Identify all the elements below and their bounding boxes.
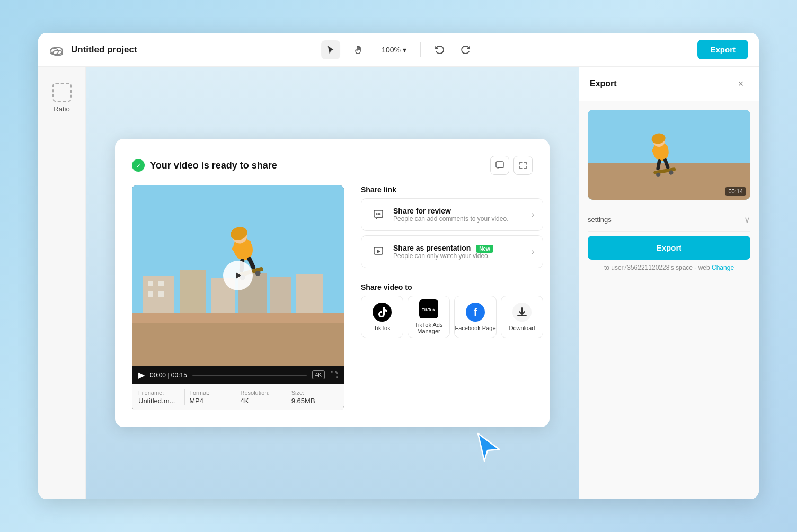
review-icon [370,206,387,223]
share-video-to-title: Share video to [361,283,543,291]
svg-text:TikTok: TikTok [422,307,436,312]
resolution-label: Resolution: [241,389,282,396]
svg-rect-16 [158,291,164,297]
modal-body: ▶ 00:00 | 00:15 4K ⛶ [132,185,533,410]
export-header-button[interactable]: Export [697,40,748,59]
svg-rect-8 [180,270,206,313]
header-center: 100% ▾ [321,40,476,59]
zoom-button[interactable]: 100% ▾ [376,42,412,57]
canvas-area: ✓ Your video is ready to share [86,67,579,499]
ratio-label: Ratio [54,105,69,113]
share-link-title: Share link [361,185,543,194]
meta-size: Size: 9.65MB [287,389,338,405]
progress-bar[interactable] [192,375,307,376]
share-modal: ✓ Your video is ready to share [115,139,550,427]
export-panel-content: 00:14 settings ∨ Export to user735622112… [579,101,759,499]
filename-label: Filename: [138,389,180,396]
settings-chevron-icon: ∨ [744,215,750,225]
modal-title: Your video is ready to share [150,160,277,171]
modal-header: ✓ Your video is ready to share [132,156,533,175]
save-to-text: to user7356221120228's space - web Chang… [588,264,750,271]
cursor-arrow [473,428,504,467]
sidebar-left: Ratio [38,67,86,499]
time-display: 00:00 | 00:15 [150,371,187,379]
svg-point-30 [379,213,381,215]
export-settings-row[interactable]: settings ∨ [588,208,750,232]
svg-rect-14 [158,281,164,286]
settings-label: settings [588,216,612,224]
main-area: Ratio ✓ Your video is ready to share [38,67,759,499]
modal-action-icons [490,156,533,175]
share-presentation-option[interactable]: Share as presentation New People can onl… [361,235,543,268]
undo-button[interactable] [429,40,448,59]
meta-format: Format: MP4 [185,389,236,405]
export-panel-header: Export × [579,67,759,101]
review-name: Share for review [393,207,508,215]
expand-icon-button[interactable] [513,156,533,175]
presentation-desc: People can only watch your video. [393,252,493,260]
change-link[interactable]: Change [712,264,734,271]
video-container: ▶ 00:00 | 00:15 4K ⛶ [132,185,344,410]
presentation-name: Share as presentation [393,244,471,252]
download-label: Download [509,325,535,331]
ratio-icon [52,83,72,102]
ratio-tool[interactable]: Ratio [47,77,77,118]
video-preview [132,185,344,366]
size-label: Size: [291,389,333,396]
success-check-icon: ✓ [132,159,145,172]
svg-rect-15 [148,291,153,297]
project-title: Untitled project [71,45,137,55]
svg-rect-12 [296,274,323,313]
export-panel-title: Export [590,79,617,88]
tiktok-ads-label: TikTok Ads Manager [408,322,449,334]
format-label: Format: [189,389,231,396]
meta-resolution: Resolution: 4K [236,389,287,405]
download-icon [512,303,532,322]
video-meta: Filename: Untitled.m... Format: MP4 Reso… [132,384,344,410]
modal-title-row: ✓ Your video is ready to share [132,159,277,172]
share-link-section: Share link [361,185,543,272]
video-controls: ▶ 00:00 | 00:15 4K ⛶ [132,366,344,384]
share-review-option[interactable]: Share for review People can add comments… [361,198,543,231]
comment-icon-button[interactable] [490,156,509,175]
new-badge: New [476,245,493,253]
app-header: Untitled project 100% ▾ [38,33,759,67]
size-value: 9.65MB [291,397,333,405]
close-export-panel-button[interactable]: × [733,76,748,91]
app-window: Untitled project 100% ▾ [38,33,759,499]
redo-button[interactable] [457,40,476,59]
svg-point-28 [376,213,378,215]
tiktok-ads-icon: TikTok [419,299,438,318]
hand-tool-button[interactable] [349,40,368,59]
tiktok-ads-share-button[interactable]: TikTok TikTok Ads Manager [408,296,450,338]
facebook-icon: f [466,303,485,322]
cloud-icon [49,41,66,58]
tiktok-label: TikTok [374,325,390,331]
share-icons-row: TikTok TikTok [361,296,543,338]
presentation-chevron-icon: › [532,247,534,256]
thumbnail-time: 00:14 [725,187,746,196]
presentation-icon [370,243,387,260]
meta-filename: Filename: Untitled.m... [138,389,185,405]
svg-rect-3 [496,162,503,167]
facebook-share-button[interactable]: f Facebook Page [454,296,497,338]
review-desc: People can add comments to your video. [393,215,508,223]
download-share-button[interactable]: Download [501,296,543,338]
export-panel-button[interactable]: Export [588,236,750,260]
share-video-to-section: Share video to TikTok [361,283,543,338]
resolution-value: 4K [241,397,282,405]
select-tool-button[interactable] [321,40,340,59]
export-thumbnail: 00:14 [588,110,750,200]
header-divider [420,42,421,57]
play-button[interactable] [223,261,253,290]
export-panel: Export × [579,67,759,499]
play-small-button[interactable]: ▶ [138,370,145,380]
tiktok-icon [373,303,392,322]
fullscreen-button[interactable]: ⛶ [330,371,338,379]
format-value: MP4 [189,397,231,405]
facebook-label: Facebook Page [455,325,495,331]
svg-rect-6 [132,313,344,323]
filename-value: Untitled.m... [138,397,180,405]
tiktok-share-button[interactable]: TikTok [361,296,403,338]
quality-badge: 4K [312,370,325,379]
